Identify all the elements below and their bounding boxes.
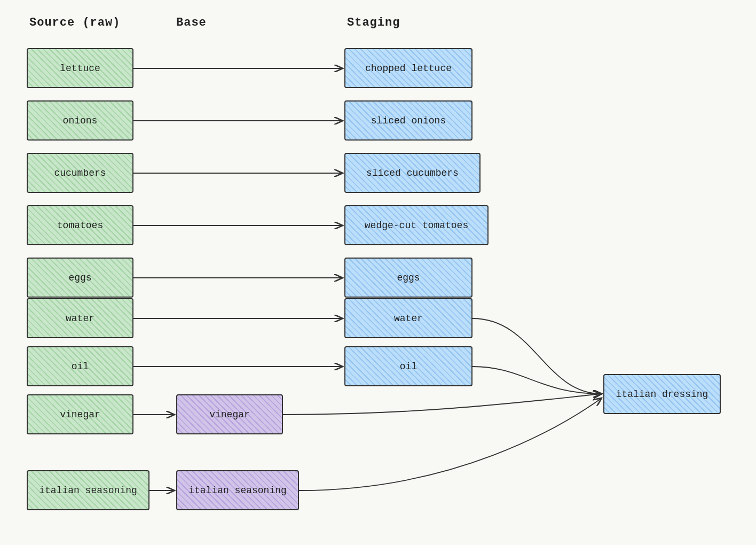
node-vinegar: vinegar (27, 394, 133, 434)
node-italian-seasoning-base: italian seasoning (176, 470, 299, 510)
node-chopped-lettuce: chopped lettuce (344, 48, 472, 88)
node-wedge-cut-tomatoes: wedge-cut tomatoes (344, 205, 489, 245)
arrow-vinegar-dressing (283, 394, 602, 415)
arrow-italian-dressing-out (299, 398, 602, 490)
node-italian-seasoning-src: italian seasoning (27, 470, 149, 510)
node-cucumbers: cucumbers (27, 153, 133, 193)
node-vinegar-base: vinegar (176, 394, 283, 434)
header-source: Source (raw) (29, 16, 120, 29)
arrow-water-dressing (472, 318, 602, 394)
diagram-container: Source (raw) Base Staging lettuce onions… (0, 0, 756, 545)
node-water-staged: water (344, 298, 472, 338)
node-eggs-staged: eggs (344, 258, 472, 298)
header-base: Base (176, 16, 207, 29)
node-water: water (27, 298, 133, 338)
node-oil-staged: oil (344, 346, 472, 386)
node-sliced-cucumbers: sliced cucumbers (344, 153, 481, 193)
arrow-oil-dressing (472, 367, 602, 394)
node-lettuce: lettuce (27, 48, 133, 88)
node-sliced-onions: sliced onions (344, 100, 472, 141)
node-tomatoes: tomatoes (27, 205, 133, 245)
header-staging: Staging (347, 16, 400, 29)
node-italian-dressing: italian dressing (603, 374, 721, 414)
node-onions: onions (27, 100, 133, 141)
node-eggs: eggs (27, 258, 133, 298)
node-oil: oil (27, 346, 133, 386)
